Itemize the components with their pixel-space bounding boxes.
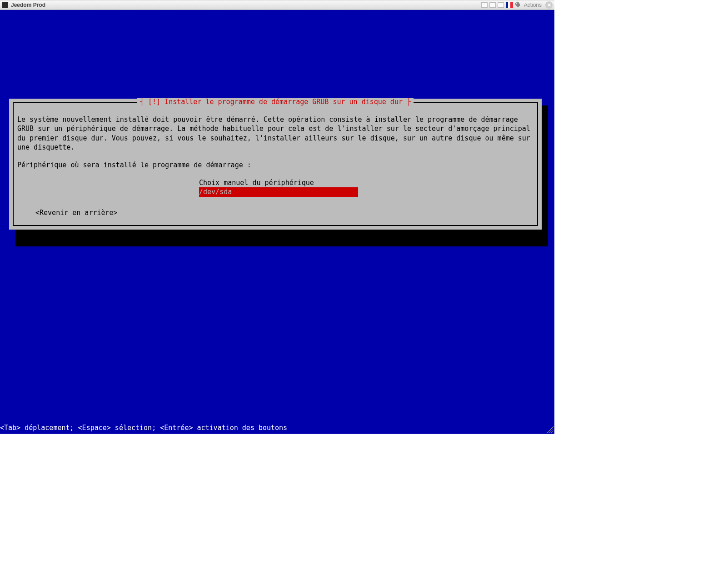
window-button-2[interactable]: [489, 2, 496, 8]
dialog-inner: ┤ [!] Installer le programme de démarrag…: [13, 102, 538, 226]
actions-menu-label[interactable]: Actions: [524, 2, 542, 8]
footer-keyboard-hint: <Tab> déplacement; <Espace> sélection; <…: [0, 424, 287, 432]
window-button-1[interactable]: [481, 2, 488, 8]
dialog-prompt: Périphérique où sera installé le program…: [17, 161, 534, 169]
dialog-title: ┤ [!] Installer le programme de démarrag…: [137, 98, 414, 106]
close-icon[interactable]: ✕: [545, 1, 553, 9]
dialog-title-wrap: ┤ [!] Installer le programme de démarrag…: [14, 98, 537, 106]
flag-france-icon: [506, 2, 513, 8]
grub-install-dialog: ┤ [!] Installer le programme de démarrag…: [9, 99, 542, 230]
titlebar-actions: Actions ✕: [481, 1, 553, 9]
app-icon: [2, 2, 8, 8]
option-dev-sda[interactable]: /dev/sda: [199, 187, 358, 196]
dialog-title-text: [!] Installer le programme de démarrage …: [148, 98, 403, 106]
dialog-options-list: Choix manuel du périphérique /dev/sda: [199, 178, 358, 197]
gear-icon[interactable]: [515, 2, 521, 8]
window-button-3[interactable]: [498, 2, 504, 8]
option-manual-device[interactable]: Choix manuel du périphérique: [199, 178, 358, 187]
console-area: ┤ [!] Installer le programme de démarrag…: [0, 10, 554, 434]
go-back-button[interactable]: <Revenir en arrière>: [35, 209, 534, 217]
dialog-body-text: Le système nouvellement installé doit po…: [17, 115, 534, 152]
resize-handle-icon[interactable]: [547, 426, 553, 433]
window-titlebar: Jeedom Prod Actions ✕: [0, 0, 554, 10]
window-title: Jeedom Prod: [11, 2, 481, 8]
